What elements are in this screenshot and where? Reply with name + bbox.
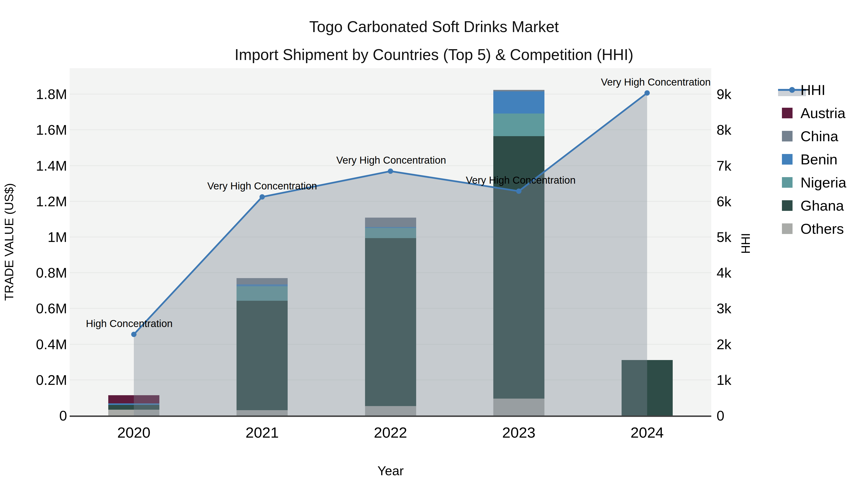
legend-label-others: Others (801, 221, 844, 237)
hhi-point-2023[interactable] (516, 189, 522, 194)
hhi-point-2021[interactable] (259, 194, 265, 199)
hhi-point-2022[interactable] (388, 168, 393, 174)
legend-label-nigeria: Nigeria (801, 174, 846, 191)
legend-swatch-others (782, 223, 793, 234)
hhi-area-fill (134, 93, 647, 416)
legend-item-nigeria[interactable]: Nigeria (775, 171, 868, 194)
x-axis-line (70, 416, 711, 417)
legend: HHIAustriaChinaBeninNigeriaGhanaOthers (775, 78, 868, 242)
legend-swatch-china (782, 131, 793, 141)
legend-item-hhi[interactable]: HHI (775, 78, 868, 101)
legend-item-others[interactable]: Others (775, 217, 868, 240)
legend-label-hhi: HHI (801, 82, 825, 98)
hhi-point-2024[interactable] (645, 90, 650, 96)
legend-swatch-austria (782, 108, 793, 118)
legend-label-ghana: Ghana (801, 197, 844, 214)
hhi-legend-marker-icon (789, 87, 795, 93)
legend-label-austria: Austria (801, 105, 845, 122)
legend-item-china[interactable]: China (775, 125, 868, 148)
annotation-2020: High Concentration (86, 318, 173, 329)
legend-swatch-benin (782, 154, 793, 165)
annotation-2024: Very High Concentration (601, 76, 711, 88)
legend-label-china: China (801, 128, 838, 144)
legend-item-austria[interactable]: Austria (775, 101, 868, 125)
hhi-line-layer (0, 0, 868, 488)
annotation-2021: Very High Concentration (207, 180, 317, 192)
chart-figure: Togo Carbonated Soft Drinks Market Impor… (0, 0, 868, 488)
legend-item-ghana[interactable]: Ghana (775, 194, 868, 217)
annotation-2023: Very High Concentration (466, 174, 576, 186)
legend-item-benin[interactable]: Benin (775, 148, 868, 171)
annotation-2022: Very High Concentration (336, 155, 446, 166)
hhi-point-2020[interactable] (131, 332, 136, 337)
legend-swatch-nigeria (782, 177, 793, 188)
legend-label-benin: Benin (801, 151, 837, 168)
legend-swatch-ghana (782, 200, 793, 211)
